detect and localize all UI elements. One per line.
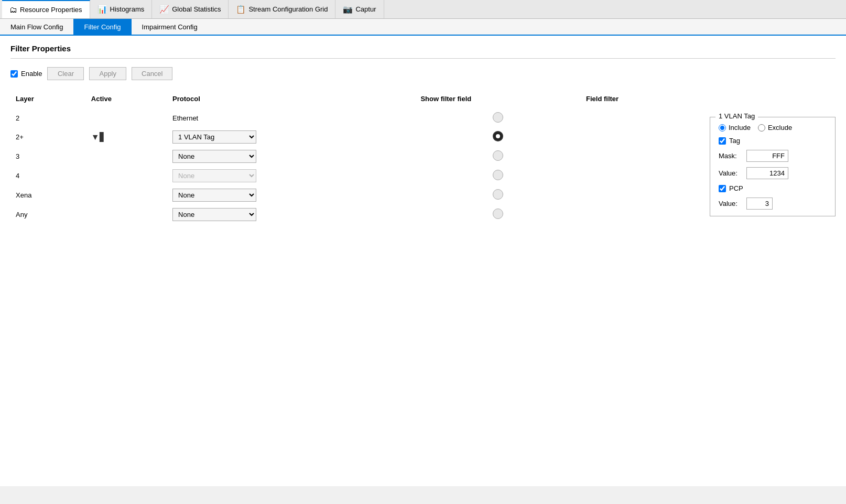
sub-tab-filter-config-label: Filter Config (84, 23, 121, 31)
show-filter-4[interactable] (415, 166, 581, 185)
sub-tab-impairment-config[interactable]: Impairment Config (132, 19, 208, 35)
pcp-value-input[interactable] (746, 198, 773, 210)
tag-checkbox[interactable] (719, 137, 726, 145)
show-filter-2plus[interactable] (415, 127, 581, 147)
radio-circle-4[interactable] (493, 170, 503, 180)
divider (10, 58, 836, 59)
radio-circle-any[interactable] (493, 209, 503, 219)
top-tab-capture-label: Captur (355, 5, 376, 13)
exclude-radio-label[interactable]: Exclude (758, 124, 792, 132)
layer-any: Any (10, 205, 86, 224)
pcp-checkbox[interactable] (719, 185, 726, 192)
radio-circle-2[interactable] (493, 112, 503, 123)
pcp-label: PCP (729, 184, 743, 192)
top-tab-stream-config-grid-label: Stream Configuration Grid (248, 5, 328, 13)
top-tab-resource-properties-label: Resource Properties (20, 6, 82, 14)
show-filter-xena[interactable] (415, 185, 581, 205)
pcp-value-label: Value: (719, 200, 742, 207)
enable-label: Enable (21, 70, 42, 78)
tag-label: Tag (729, 137, 740, 145)
sub-tab-filter-config[interactable]: Filter Config (73, 19, 131, 35)
show-filter-3[interactable] (415, 147, 581, 166)
table-row: 3 None 1 VLAN Tag (10, 147, 694, 166)
table-row: 4 None (10, 166, 694, 185)
top-tab-global-statistics[interactable]: 📈 Global Statistics (152, 0, 229, 18)
show-filter-2[interactable] (415, 109, 581, 127)
stream-config-grid-icon: 📋 (236, 5, 246, 14)
col-header-show-filter: Show filter field (415, 91, 581, 109)
radio-circle-2plus[interactable] (493, 131, 503, 141)
layer-3: 3 (10, 147, 86, 166)
include-label: Include (729, 124, 751, 132)
enable-checkbox[interactable] (10, 70, 18, 78)
top-tab-global-statistics-label: Global Statistics (172, 5, 221, 13)
top-tab-stream-config-grid[interactable]: 📋 Stream Configuration Grid (229, 0, 335, 18)
section-title: Filter Properties (10, 44, 836, 53)
radio-circle-3[interactable] (493, 150, 503, 161)
tag-checkbox-label[interactable]: Tag (719, 137, 740, 145)
layer-2plus: 2+ (10, 127, 86, 147)
col-header-protocol: Protocol (167, 91, 415, 109)
active-2 (86, 109, 167, 127)
histograms-icon: 📊 (97, 5, 107, 14)
field-filter-3 (581, 147, 694, 166)
field-filter-4 (581, 166, 694, 185)
top-tab-histograms[interactable]: 📊 Histograms (90, 0, 153, 18)
layer-xena: Xena (10, 185, 86, 205)
sub-tab-impairment-config-label: Impairment Config (142, 23, 198, 31)
protocol-3[interactable]: None 1 VLAN Tag (167, 147, 415, 166)
exclude-label: Exclude (768, 124, 792, 132)
field-filter-legend: 1 VLAN Tag (715, 112, 758, 120)
field-filter-2 (581, 109, 694, 127)
protocol-any[interactable]: None 1 VLAN Tag (167, 205, 415, 224)
capture-icon: 📷 (343, 5, 353, 14)
pcp-checkbox-label[interactable]: PCP (719, 184, 743, 192)
filter-actions: Enable Clear Apply Cancel (10, 67, 836, 80)
pcp-checkbox-row: PCP (719, 184, 827, 192)
include-radio[interactable] (719, 124, 726, 132)
protocol-4[interactable]: None (167, 166, 415, 185)
mask-row: Mask: (719, 150, 827, 162)
mask-input[interactable] (746, 150, 788, 162)
enable-checkbox-label[interactable]: Enable (10, 70, 42, 78)
mask-label: Mask: (719, 152, 742, 160)
field-filter-xena (581, 185, 694, 205)
active-2plus: ▼▋ (86, 127, 167, 147)
main-content: Filter Properties Enable Clear Apply Can… (0, 36, 846, 486)
sub-tabbar: Main Flow Config Filter Config Impairmen… (0, 19, 846, 36)
show-filter-any[interactable] (415, 205, 581, 224)
sub-tab-main-flow-config[interactable]: Main Flow Config (0, 19, 73, 35)
protocol-select-xena[interactable]: None 1 VLAN Tag (172, 189, 256, 202)
clear-button[interactable]: Clear (47, 67, 84, 80)
protocol-2: Ethernet (167, 109, 415, 127)
top-tab-resource-properties[interactable]: 🗂 Resource Properties (2, 0, 90, 18)
filter-active-icon: ▼▋ (91, 133, 106, 141)
top-tab-histograms-label: Histograms (110, 5, 145, 13)
table-row: Xena None 1 VLAN Tag (10, 185, 694, 205)
protocol-select-3[interactable]: None 1 VLAN Tag (172, 150, 256, 163)
tag-checkbox-row: Tag (719, 137, 827, 145)
protocol-select-any[interactable]: None 1 VLAN Tag (172, 208, 256, 221)
exclude-radio[interactable] (758, 124, 765, 132)
apply-button[interactable]: Apply (89, 67, 126, 80)
active-any (86, 205, 167, 224)
col-header-active: Active (86, 91, 167, 109)
include-radio-label[interactable]: Include (719, 124, 751, 132)
filter-table: Layer Active Protocol Show filter field … (10, 91, 694, 224)
field-filter-any (581, 205, 694, 224)
tag-value-input[interactable] (746, 167, 788, 179)
radio-circle-xena[interactable] (493, 189, 503, 200)
resource-properties-icon: 🗂 (9, 5, 17, 14)
protocol-select-2plus[interactable]: 1 VLAN Tag Ethernet None (172, 130, 256, 144)
field-filter-2plus (581, 127, 694, 147)
col-header-layer: Layer (10, 91, 86, 109)
protocol-xena[interactable]: None 1 VLAN Tag (167, 185, 415, 205)
top-tab-capture[interactable]: 📷 Captur (335, 0, 384, 18)
active-3 (86, 147, 167, 166)
layer-2: 2 (10, 109, 86, 127)
active-4 (86, 166, 167, 185)
layer-4: 4 (10, 166, 86, 185)
cancel-button[interactable]: Cancel (132, 67, 172, 80)
protocol-2plus[interactable]: 1 VLAN Tag Ethernet None (167, 127, 415, 147)
table-row: 2+ ▼▋ 1 VLAN Tag Ethernet None (10, 127, 694, 147)
